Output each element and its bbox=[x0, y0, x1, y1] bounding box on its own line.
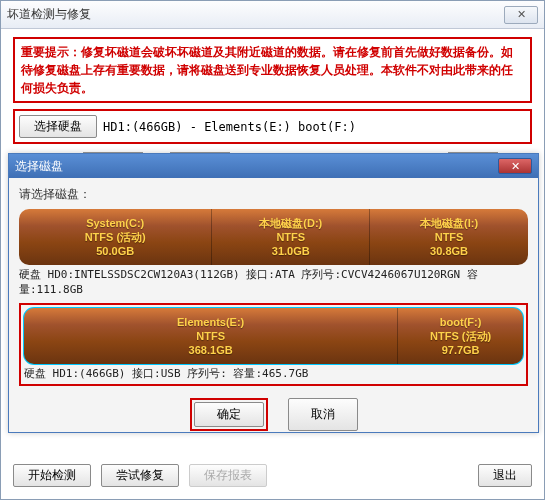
disk-select-row: 选择硬盘 HD1:(466GB) - Elements(E:) boot(F:) bbox=[13, 109, 532, 144]
selected-disk-text: HD1:(466GB) - Elements(E:) boot(F:) bbox=[103, 120, 526, 134]
part-size: 50.0GB bbox=[96, 244, 134, 258]
part-size: 97.7GB bbox=[442, 343, 480, 357]
dialog-body: 请选择磁盘： ↖ System(C:) NTFS (活动) 50.0GB 本地磁… bbox=[9, 178, 538, 439]
disk1-bar[interactable]: Elements(E:) NTFS 368.1GB boot(F:) NTFS … bbox=[24, 308, 523, 364]
partition[interactable]: 本地磁盘(I:) NTFS 30.8GB bbox=[370, 209, 528, 265]
disk0-bar[interactable]: ↖ System(C:) NTFS (活动) 50.0GB 本地磁盘(D:) N… bbox=[19, 209, 528, 265]
titlebar: 坏道检测与修复 ✕ bbox=[1, 1, 544, 29]
part-name: 本地磁盘(D:) bbox=[259, 216, 322, 230]
partition[interactable]: Elements(E:) NTFS 368.1GB bbox=[24, 308, 398, 364]
part-name: System(C:) bbox=[86, 216, 144, 230]
select-disk-dialog: 选择磁盘 ✕ 请选择磁盘： ↖ System(C:) NTFS (活动) 50.… bbox=[8, 153, 539, 433]
window-title: 坏道检测与修复 bbox=[7, 6, 504, 23]
partition[interactable]: boot(F:) NTFS (活动) 97.7GB bbox=[398, 308, 523, 364]
footer-buttons: 开始检测 尝试修复 保存报表 退出 bbox=[1, 454, 544, 499]
part-fs: NTFS (活动) bbox=[85, 230, 146, 244]
disk0-info: 硬盘 HD0:INTELSSDSC2CW120A3(112GB) 接口:ATA … bbox=[19, 267, 528, 297]
select-disk-button[interactable]: 选择硬盘 bbox=[19, 115, 97, 138]
ok-button[interactable]: 确定 bbox=[194, 402, 264, 427]
start-scan-button[interactable]: 开始检测 bbox=[13, 464, 91, 487]
part-fs: NTFS bbox=[435, 230, 464, 244]
exit-button[interactable]: 退出 bbox=[478, 464, 532, 487]
dialog-buttons: 确定 取消 bbox=[19, 398, 528, 431]
dialog-close-button[interactable]: ✕ bbox=[498, 158, 532, 174]
disk1-highlight: Elements(E:) NTFS 368.1GB boot(F:) NTFS … bbox=[19, 303, 528, 386]
part-name: Elements(E:) bbox=[177, 315, 244, 329]
part-name: boot(F:) bbox=[440, 315, 482, 329]
part-fs: NTFS bbox=[196, 329, 225, 343]
part-fs: NTFS (活动) bbox=[430, 329, 491, 343]
disk0-group: ↖ System(C:) NTFS (活动) 50.0GB 本地磁盘(D:) N… bbox=[19, 209, 528, 297]
save-report-button[interactable]: 保存报表 bbox=[189, 464, 267, 487]
disk1-info: 硬盘 HD1:(466GB) 接口:USB 序列号: 容量:465.7GB bbox=[24, 366, 523, 381]
dialog-title: 选择磁盘 bbox=[15, 158, 498, 175]
partition[interactable]: 本地磁盘(D:) NTFS 31.0GB bbox=[212, 209, 370, 265]
dialog-prompt: 请选择磁盘： bbox=[19, 186, 528, 203]
dialog-titlebar: 选择磁盘 ✕ bbox=[9, 154, 538, 178]
ok-highlight: 确定 bbox=[190, 398, 268, 431]
part-fs: NTFS bbox=[276, 230, 305, 244]
part-name: 本地磁盘(I:) bbox=[420, 216, 478, 230]
cancel-button[interactable]: 取消 bbox=[288, 398, 358, 431]
try-repair-button[interactable]: 尝试修复 bbox=[101, 464, 179, 487]
main-window: 坏道检测与修复 ✕ 重要提示：修复坏磁道会破坏坏磁道及其附近磁道的数据。请在修复… bbox=[0, 0, 545, 500]
disk1-group: Elements(E:) NTFS 368.1GB boot(F:) NTFS … bbox=[24, 308, 523, 381]
warning-text: 重要提示：修复坏磁道会破坏坏磁道及其附近磁道的数据。请在修复前首先做好数据备份。… bbox=[13, 37, 532, 103]
part-size: 31.0GB bbox=[272, 244, 310, 258]
window-close-button[interactable]: ✕ bbox=[504, 6, 538, 24]
partition[interactable]: System(C:) NTFS (活动) 50.0GB bbox=[19, 209, 212, 265]
close-icon: ✕ bbox=[511, 160, 520, 173]
close-icon: ✕ bbox=[517, 8, 526, 21]
part-size: 30.8GB bbox=[430, 244, 468, 258]
part-size: 368.1GB bbox=[189, 343, 233, 357]
